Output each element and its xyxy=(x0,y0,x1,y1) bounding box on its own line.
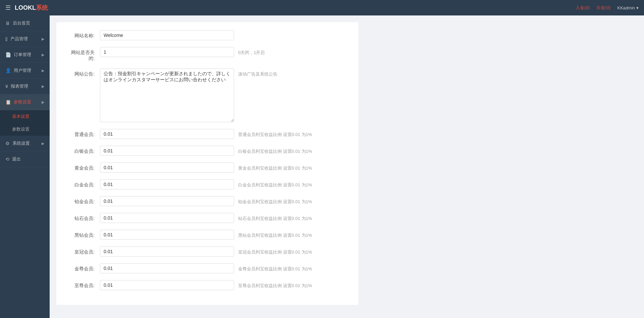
site-closed-control: 0关闭，1开启 xyxy=(100,47,348,57)
sidebar-item-orders[interactable]: 📄 订单管理 ▶ xyxy=(0,47,50,63)
header-left: ☰ LOOKL系统 xyxy=(5,4,48,12)
products-icon: ₿ xyxy=(5,36,8,42)
gold-member-input[interactable] xyxy=(100,163,234,173)
arrow-icon: ▶ xyxy=(42,84,44,89)
logo-sys: 系统 xyxy=(36,4,48,11)
site-notice-textarea[interactable]: 公告：預金割引キャンペーンが更新されましたので、詳しくはオンラインカスタマーサー… xyxy=(100,69,234,122)
supreme-member-hint: 至尊会员利宝收益比例 设置0.01 为1% xyxy=(238,280,312,289)
black-diamond-label: 黑钻会员: xyxy=(66,230,100,238)
sidebar-item-products[interactable]: ₿ 产品管理 ▶ xyxy=(0,31,50,47)
form-row-supreme-member: 至尊会员: 至尊会员利宝收益比例 设置0.01 为1% xyxy=(66,280,348,290)
site-closed-label: 网站是否关闭: xyxy=(66,47,100,62)
gold-supreme-control: 金尊会员利宝收益比例 设置0.01 为1% xyxy=(100,263,348,273)
arrow-icon: ▶ xyxy=(42,53,44,57)
sidebar-item-label: 退出 xyxy=(12,156,21,162)
plat2-member-input[interactable] xyxy=(100,196,234,206)
normal-member-hint: 普通会员利宝收益比例 设置0.01 为1% xyxy=(238,129,312,138)
normal-member-label: 普通会员: xyxy=(66,129,100,138)
site-notice-hint: 滚动广告及系统公告 xyxy=(238,69,277,77)
crown-member-input[interactable] xyxy=(100,246,234,257)
header-right: 入金(0) 出金(0) KKadmin ▾ xyxy=(576,5,639,11)
form-row-black-diamond: 黑钻会员: 黑钻会员利宝收益比例 设置0.01 为1% xyxy=(66,230,348,240)
diamond-member-hint: 钻石会员利宝收益比例 设置0.01 为1% xyxy=(238,213,312,222)
logo: LOOKL系统 xyxy=(15,4,48,12)
platinum-member-label: 白金会员: xyxy=(66,179,100,188)
form-row-site-notice: 网站公告: 公告：預金割引キャンペーンが更新されましたので、詳しくはオンラインカ… xyxy=(66,69,348,122)
user-menu[interactable]: KKadmin ▾ xyxy=(617,5,639,10)
supreme-member-label: 至尊会员: xyxy=(66,280,100,289)
sidebar-item-label: 报表管理 xyxy=(11,83,28,89)
withdraw-button[interactable]: 出金(0) xyxy=(596,5,610,11)
supreme-member-control: 至尊会员利宝收益比例 设置0.01 为1% xyxy=(100,280,348,290)
silver-member-control: 白银会员利宝收益比例 设置0.01 为1% xyxy=(100,146,348,156)
platinum-member-hint: 白金会员利宝收益比例 设置0.01 为1% xyxy=(238,179,312,188)
normal-member-control: 普通会员利宝收益比例 设置0.01 为1% xyxy=(100,129,348,139)
orders-icon: 📄 xyxy=(5,52,11,57)
sidebar-sub-basic[interactable]: 基本设置 xyxy=(0,110,50,123)
sidebar-item-label: 参数设置 xyxy=(14,99,31,105)
layout: 🖥 后台首页 ₿ 产品管理 ▶ 📄 订单管理 ▶ 👤 用户管理 ▶ ¥ 报表管理… xyxy=(0,15,644,318)
reports-icon: ¥ xyxy=(5,84,8,89)
system-icon: ⚙ xyxy=(5,141,10,146)
sidebar-item-params[interactable]: 📋 参数设置 ▶ xyxy=(0,94,50,110)
platinum-member-input[interactable] xyxy=(100,179,234,189)
form-row-crown-member: 皇冠会员: 皇冠会员利宝收益比例 设置0.01 为1% xyxy=(66,246,348,257)
sidebar-item-label: 用户管理 xyxy=(14,67,31,74)
sidebar-item-system[interactable]: ⚙ 系统设置 ▶ xyxy=(0,136,50,151)
platinum-member-control: 白金会员利宝收益比例 设置0.01 为1% xyxy=(100,179,348,189)
content-card: 网站名称: 网站是否关闭: 0关闭，1开启 网站公告: 公告：預金割引キャンペー… xyxy=(56,22,358,305)
plat2-member-control: 铂金会员利宝收益比例 设置0.01 为1% xyxy=(100,196,348,206)
form-row-site-closed: 网站是否关闭: 0关闭，1开启 xyxy=(66,47,348,62)
site-closed-input[interactable] xyxy=(100,47,234,57)
sidebar-item-label: 后台首页 xyxy=(13,20,30,26)
params-icon: 📋 xyxy=(5,99,11,105)
normal-member-input[interactable] xyxy=(100,129,234,139)
sidebar-item-logout[interactable]: ⟲ 退出 xyxy=(0,151,50,167)
supreme-member-input[interactable] xyxy=(100,280,234,290)
silver-member-hint: 白银会员利宝收益比例 设置0.01 为1% xyxy=(238,146,312,154)
site-notice-label: 网站公告: xyxy=(66,69,100,77)
gold-member-label: 黄金会员: xyxy=(66,163,100,171)
users-icon: 👤 xyxy=(5,68,11,73)
user-arrow-icon: ▾ xyxy=(636,5,639,10)
logout-icon: ⟲ xyxy=(5,156,9,162)
sidebar-item-label: 订单管理 xyxy=(14,52,31,58)
form-row-silver-member: 白银会员: 白银会员利宝收益比例 设置0.01 为1% xyxy=(66,146,348,156)
black-diamond-input[interactable] xyxy=(100,230,234,240)
gold-supreme-label: 金尊会员: xyxy=(66,263,100,272)
sidebar-item-reports[interactable]: ¥ 报表管理 ▶ xyxy=(0,79,50,94)
gold-supreme-input[interactable] xyxy=(100,263,234,273)
form-row-site-name: 网站名称: xyxy=(66,30,348,40)
arrow-icon: ▶ xyxy=(42,69,44,73)
arrow-icon: ▶ xyxy=(42,100,44,104)
sidebar-item-label: 系统设置 xyxy=(12,140,30,146)
deposit-button[interactable]: 入金(0) xyxy=(576,5,590,11)
logo-lookl: LOOKL xyxy=(15,4,36,11)
dashboard-icon: 🖥 xyxy=(5,20,10,26)
arrow-icon: ▶ xyxy=(42,141,44,146)
site-name-control xyxy=(100,30,348,40)
crown-member-label: 皇冠会员: xyxy=(66,246,100,255)
form-row-gold-member: 黄金会员: 黄金会员利宝收益比例 设置0.01 为1% xyxy=(66,163,348,173)
form-row-normal-member: 普通会员: 普通会员利宝收益比例 设置0.01 为1% xyxy=(66,129,348,139)
form-row-plat2-member: 铂金会员: 铂金会员利宝收益比例 设置0.01 为1% xyxy=(66,196,348,206)
arrow-icon: ▶ xyxy=(42,37,44,41)
header: ☰ LOOKL系统 入金(0) 出金(0) KKadmin ▾ xyxy=(0,0,644,15)
plat2-member-label: 铂金会员: xyxy=(66,196,100,205)
sidebar-sub-params[interactable]: 参数设置 xyxy=(0,123,50,136)
sidebar-item-users[interactable]: 👤 用户管理 ▶ xyxy=(0,63,50,79)
gold-supreme-hint: 金尊会员利宝收益比例 设置0.01 为1% xyxy=(238,263,312,272)
gold-member-control: 黄金会员利宝收益比例 设置0.01 为1% xyxy=(100,163,348,173)
sidebar: 🖥 后台首页 ₿ 产品管理 ▶ 📄 订单管理 ▶ 👤 用户管理 ▶ ¥ 报表管理… xyxy=(0,15,50,318)
site-name-input[interactable] xyxy=(100,30,234,40)
user-label: KKadmin xyxy=(617,5,635,10)
site-name-label: 网站名称: xyxy=(66,30,100,39)
silver-member-input[interactable] xyxy=(100,146,234,156)
black-diamond-control: 黑钻会员利宝收益比例 设置0.01 为1% xyxy=(100,230,348,240)
gold-member-hint: 黄金会员利宝收益比例 设置0.01 为1% xyxy=(238,163,312,171)
hamburger-icon[interactable]: ☰ xyxy=(5,4,11,11)
plat2-member-hint: 铂金会员利宝收益比例 设置0.01 为1% xyxy=(238,196,312,205)
diamond-member-input[interactable] xyxy=(100,213,234,223)
sidebar-item-dashboard[interactable]: 🖥 后台首页 xyxy=(0,15,50,31)
form-row-diamond-member: 钻石会员: 钻石会员利宝收益比例 设置0.01 为1% xyxy=(66,213,348,223)
